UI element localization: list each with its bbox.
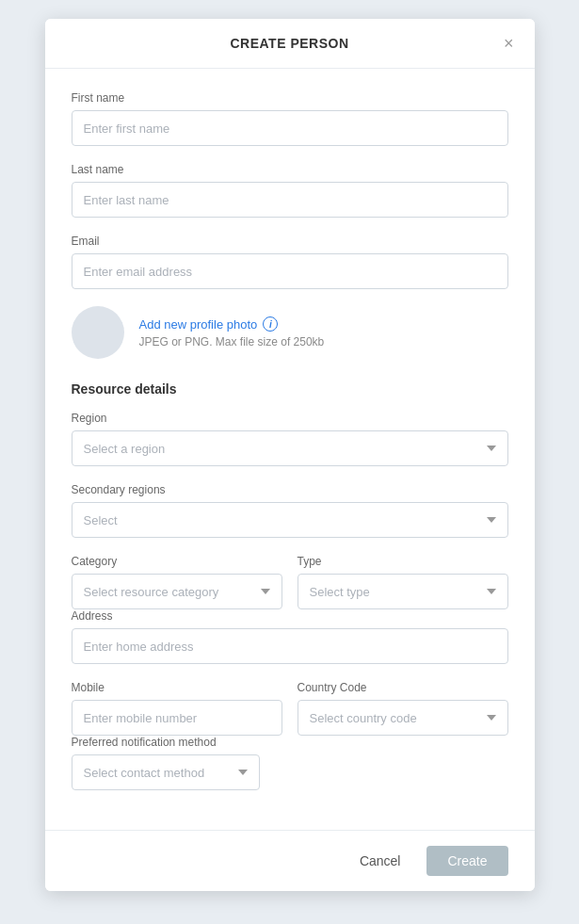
region-select[interactable]: Select a region: [72, 430, 508, 466]
resource-details-title: Resource details: [72, 381, 508, 397]
mobile-input[interactable]: [72, 700, 282, 736]
photo-info: Add new profile photo i JPEG or PNG. Max…: [139, 316, 325, 349]
category-select[interactable]: Select resource category: [72, 574, 282, 609]
category-col: Category Select resource category: [72, 555, 282, 609]
cancel-button[interactable]: Cancel: [345, 846, 416, 876]
email-label: Email: [72, 235, 508, 248]
country-code-col: Country Code Select country code: [298, 681, 508, 736]
type-label: Type: [298, 555, 508, 568]
mobile-col: Mobile: [72, 681, 282, 736]
notification-method-select[interactable]: Select contact method: [72, 754, 260, 790]
last-name-label: Last name: [72, 163, 508, 176]
last-name-group: Last name: [72, 163, 508, 218]
modal-body: First name Last name Email Add new profi…: [45, 69, 535, 830]
avatar-placeholder: [72, 306, 124, 359]
modal-header: CREATE PERSON ×: [45, 19, 535, 69]
secondary-regions-group: Secondary regions Select: [72, 483, 508, 538]
first-name-label: First name: [72, 91, 508, 105]
photo-hint: JPEG or PNG. Max file size of 250kb: [139, 335, 325, 349]
category-label: Category: [72, 555, 282, 568]
region-group: Region Select a region: [72, 412, 508, 466]
first-name-group: First name: [72, 91, 508, 146]
create-person-modal: CREATE PERSON × First name Last name Ema…: [45, 19, 535, 891]
close-button[interactable]: ×: [498, 33, 520, 54]
last-name-input[interactable]: [72, 182, 508, 218]
add-photo-label: Add new profile photo: [139, 317, 258, 332]
info-icon: i: [263, 316, 278, 332]
mobile-country-row: Mobile Country Code Select country code: [72, 681, 508, 736]
notification-method-label: Preferred notification method: [72, 736, 508, 749]
create-button[interactable]: Create: [426, 846, 507, 876]
address-label: Address: [72, 609, 508, 623]
country-code-label: Country Code: [298, 681, 508, 694]
region-label: Region: [72, 412, 508, 425]
type-select[interactable]: Select type: [298, 574, 508, 609]
address-group: Address: [72, 609, 508, 664]
mobile-label: Mobile: [72, 681, 282, 694]
email-group: Email: [72, 235, 508, 289]
modal-title: CREATE PERSON: [230, 36, 348, 51]
email-input[interactable]: [72, 253, 508, 289]
first-name-input[interactable]: [72, 110, 508, 146]
secondary-regions-select[interactable]: Select: [72, 502, 508, 538]
profile-photo-section: Add new profile photo i JPEG or PNG. Max…: [72, 306, 508, 359]
secondary-regions-label: Secondary regions: [72, 483, 508, 496]
notification-method-group: Preferred notification method Select con…: [72, 736, 508, 790]
address-input[interactable]: [72, 628, 508, 664]
category-type-row: Category Select resource category Type S…: [72, 555, 508, 609]
country-code-select[interactable]: Select country code: [298, 700, 508, 736]
add-photo-link[interactable]: Add new profile photo i: [139, 316, 325, 332]
type-col: Type Select type: [298, 555, 508, 609]
modal-footer: Cancel Create: [45, 830, 535, 891]
